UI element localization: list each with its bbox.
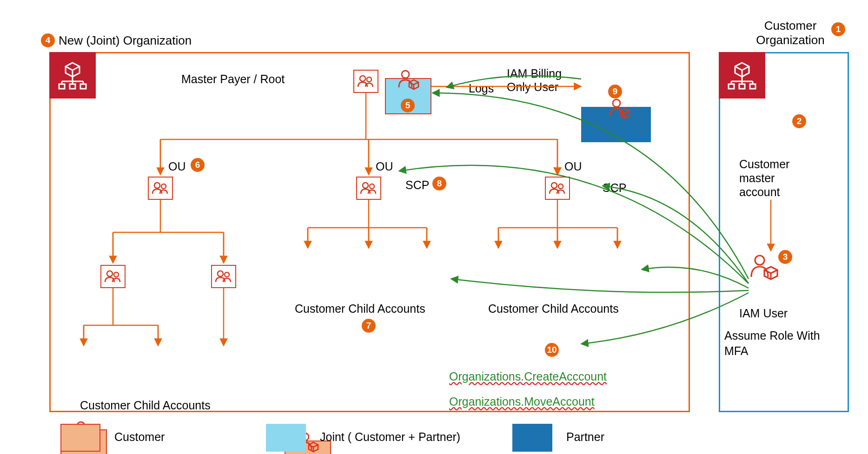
sub-ou-box-l (100, 265, 126, 288)
scp-label-2: SCP (603, 181, 626, 195)
ou-label-2: OU (376, 160, 393, 173)
svg-point-16 (360, 76, 365, 81)
ou-label-1: OU (168, 160, 186, 173)
svg-rect-7 (80, 84, 86, 89)
svg-rect-15 (750, 84, 755, 89)
svg-point-18 (402, 71, 409, 78)
svg-point-22 (363, 183, 368, 188)
iam-billing-box (581, 107, 651, 142)
svg-point-24 (551, 183, 557, 188)
badge-8: 8 (432, 177, 446, 191)
iam-user-icon (749, 253, 780, 283)
svg-rect-13 (729, 84, 734, 89)
child-accounts-label-c: Customer Child Accounts (488, 302, 619, 316)
svg-point-19 (613, 99, 620, 107)
new-org-container (49, 52, 690, 412)
customer-master-label: Customer master account (739, 157, 814, 199)
legend-partner: Partner (566, 430, 604, 444)
svg-point-27 (114, 272, 119, 277)
root-ou-box (353, 70, 378, 93)
scp-label-1: SCP (405, 178, 429, 192)
svg-point-17 (367, 77, 371, 82)
badge-10: 10 (545, 343, 559, 357)
badge-3: 3 (778, 250, 792, 264)
badge-6: 6 (191, 158, 205, 172)
svg-point-20 (154, 183, 160, 188)
logs-label: Logs (469, 82, 494, 95)
aws-organizations-icon (49, 52, 96, 99)
svg-point-29 (225, 272, 229, 277)
sub-ou-box-r (211, 265, 236, 288)
svg-point-41 (755, 256, 764, 265)
api-move-account: Organizations.MoveAccount (449, 395, 595, 408)
iam-user-label: IAM User (739, 307, 832, 320)
svg-point-25 (558, 184, 563, 189)
ou-label-3: OU (564, 160, 582, 173)
badge-7: 7 (362, 319, 376, 333)
svg-point-28 (218, 271, 223, 276)
badge-2: 2 (792, 114, 806, 128)
svg-rect-14 (739, 84, 745, 89)
assume-role-label: Assume Role With MFA (724, 328, 845, 358)
legend-customer: Customer (114, 430, 165, 444)
ou-box-1 (148, 177, 173, 200)
badge-5: 5 (401, 99, 415, 112)
legend-swatch-joint (266, 424, 306, 452)
child-accounts-label-a: Customer Child Accounts (80, 399, 211, 412)
legend-swatch-partner (512, 424, 552, 452)
badge-9: 9 (608, 85, 622, 99)
iam-billing-label: IAM Billing Only User (507, 67, 562, 94)
badge-4: 4 (41, 33, 55, 47)
svg-point-23 (370, 184, 374, 189)
aws-organizations-icon (719, 52, 765, 99)
legend-joint: Joint ( Customer + Partner) (320, 430, 460, 444)
ou-box-3 (545, 177, 570, 200)
customer-org-title: Customer Organization (739, 19, 841, 47)
svg-rect-6 (70, 84, 75, 89)
api-create-account: Organizations.CreateAcccount (449, 370, 607, 383)
svg-rect-5 (59, 84, 65, 89)
child-accounts-label-b: Customer Child Accounts (295, 302, 425, 316)
master-payer-label: Master Payer / Root (181, 72, 285, 86)
svg-point-21 (161, 184, 166, 189)
badge-1: 1 (831, 22, 845, 36)
legend-swatch-customer (60, 424, 100, 452)
svg-point-26 (107, 271, 113, 276)
new-org-title: New (Joint) Organization (59, 33, 192, 48)
ou-box-2 (356, 177, 381, 200)
